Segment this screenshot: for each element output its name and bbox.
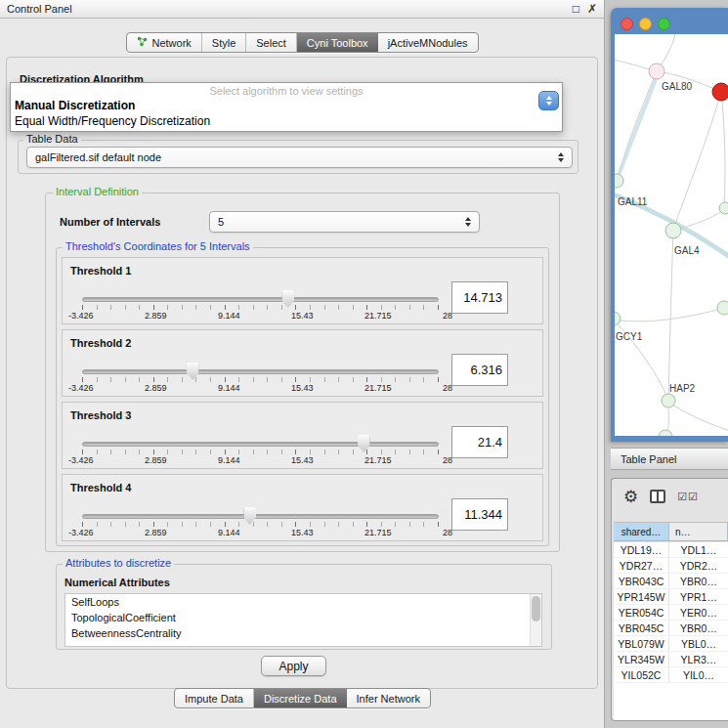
table-cell[interactable]: YBR045C xyxy=(614,621,669,635)
column-header-shared-name[interactable]: shared… xyxy=(614,523,669,540)
slider-ticks xyxy=(82,450,439,454)
table-row[interactable]: YIL052CYIL0… xyxy=(614,667,728,683)
number-of-intervals-select[interactable]: 5 xyxy=(209,211,480,233)
table-cell[interactable]: YDR2… xyxy=(669,558,728,573)
node-right[interactable] xyxy=(719,202,728,214)
columns-icon[interactable] xyxy=(650,490,665,503)
bottom-tab-row: Impute Data Discretize Data Infer Networ… xyxy=(0,688,605,708)
select-columns-icon[interactable]: ☑☑ xyxy=(677,491,699,503)
slider-track[interactable] xyxy=(82,514,439,519)
node-label: GAL80 xyxy=(662,81,693,92)
threshold-3-slider[interactable]: -3.426 2.859 9.144 15.43 21.715 28 xyxy=(82,440,439,469)
node-gcy1[interactable] xyxy=(615,312,621,325)
threshold-4-slider[interactable]: -3.426 2.859 9.144 15.43 21.715 28 xyxy=(82,512,439,541)
algorithm-combo-stepper-icon[interactable] xyxy=(538,91,559,110)
tab-select[interactable]: Select xyxy=(246,33,297,52)
node-gal11[interactable] xyxy=(615,174,623,188)
table-row[interactable]: YPR145WYPR1… xyxy=(614,589,728,605)
table-cell[interactable]: YIL052C xyxy=(614,667,669,682)
table-data-group-title: Table Data xyxy=(23,133,81,145)
slider-scale: -3.426 2.859 9.144 15.43 21.715 28 xyxy=(68,455,452,465)
node-hap2[interactable] xyxy=(662,394,675,407)
table-cell[interactable]: YPR145W xyxy=(614,589,669,604)
dropdown-option-equal-width[interactable]: Equal Width/Frequency Discretization xyxy=(11,113,562,129)
zoom-light-icon[interactable] xyxy=(658,18,670,30)
threshold-3-panel: Threshold 3 -3.426 2.859 9.144 15.43 21.… xyxy=(62,402,543,469)
node-gal80[interactable] xyxy=(649,64,664,79)
float-window-icon[interactable]: □ xyxy=(573,3,579,15)
table-cell[interactable]: YBR0… xyxy=(669,621,728,635)
stepper-arrows-icon xyxy=(558,152,564,162)
tab-network[interactable]: Network xyxy=(127,33,201,52)
table-row[interactable]: YBR043CYBR0… xyxy=(614,574,728,589)
apply-button[interactable]: Apply xyxy=(261,656,326,676)
list-item[interactable]: BetweennessCentrality xyxy=(65,625,541,641)
slider-track[interactable] xyxy=(82,442,439,447)
close-window-icon[interactable]: ✗ xyxy=(587,3,597,15)
node-bottom[interactable] xyxy=(659,430,672,436)
dropdown-option-manual-discretization[interactable]: Manual Discretization xyxy=(11,98,562,113)
slider-track[interactable] xyxy=(82,369,439,374)
close-light-icon[interactable] xyxy=(621,18,633,30)
node-gal4[interactable] xyxy=(665,223,681,238)
scale-label: 21.715 xyxy=(364,383,392,393)
tab-discretize-data[interactable]: Discretize Data xyxy=(254,689,347,707)
tab-jactivemnodules[interactable]: jActiveMNodules xyxy=(378,33,478,52)
gear-icon[interactable]: ⚙ xyxy=(623,489,638,505)
slider-scale: -3.426 2.859 9.144 15.43 21.715 28 xyxy=(68,311,452,321)
table-cell[interactable]: YBL079W xyxy=(614,636,669,651)
table-cell[interactable]: YBR0… xyxy=(669,574,728,588)
table-cell[interactable]: YBL0… xyxy=(669,636,728,651)
table-row[interactable]: YBR045CYBR0… xyxy=(614,621,728,636)
tab-impute-data[interactable]: Impute Data xyxy=(175,689,254,707)
slider-scale: -3.426 2.859 9.144 15.43 21.715 28 xyxy=(68,383,452,393)
threshold-4-value-input[interactable]: 11.344 xyxy=(451,498,508,531)
table-row[interactable]: YBL079WYBL0… xyxy=(614,636,728,652)
threshold-3-value-input[interactable]: 21.4 xyxy=(451,426,508,458)
threshold-label: Threshold 3 xyxy=(70,409,131,421)
table-row[interactable]: YER054CYER0… xyxy=(614,605,728,621)
table-cell[interactable]: YPR1… xyxy=(669,589,728,604)
scale-label: 15.43 xyxy=(291,455,314,465)
table-cell[interactable]: YLR3… xyxy=(669,652,728,666)
table-cell[interactable]: YER0… xyxy=(669,605,728,620)
table-panel-header: Table Panel xyxy=(611,448,728,470)
table-cell[interactable]: YDR27… xyxy=(614,558,669,573)
scale-label: 21.715 xyxy=(364,455,392,465)
table-cell[interactable]: YBR043C xyxy=(614,574,669,588)
tab-cyni-toolbox[interactable]: Cyni Toolbox xyxy=(297,33,378,52)
threshold-2-value-input[interactable]: 6.316 xyxy=(451,354,508,386)
slider-scale: -3.426 2.859 9.144 15.43 21.715 28 xyxy=(68,528,452,537)
table-cell[interactable]: YDL19… xyxy=(614,542,669,557)
network-canvas[interactable]: GAL80 GAL11 GAL4 GCY1 HAP2 xyxy=(615,34,728,436)
table-cell[interactable]: YIL0… xyxy=(669,667,728,682)
column-header-name[interactable]: n… xyxy=(669,523,728,540)
table-cell[interactable]: YER054C xyxy=(614,605,669,620)
threshold-2-slider[interactable]: -3.426 2.859 9.144 15.43 21.715 28 xyxy=(82,367,439,397)
table-cell[interactable]: YDL1… xyxy=(669,542,728,557)
tab-infer-network[interactable]: Infer Network xyxy=(347,689,430,707)
scrollbar-thumb[interactable] xyxy=(532,596,540,621)
table-row[interactable]: YLR345WYLR3… xyxy=(614,652,728,667)
tab-style[interactable]: Style xyxy=(202,33,246,52)
table-cell[interactable]: YLR345W xyxy=(614,652,669,666)
table-row[interactable]: YDL19…YDL1… xyxy=(614,542,728,558)
dropdown-prompt-item[interactable]: Select algorithm to view settings xyxy=(11,83,562,98)
list-item[interactable]: TopologicalCoefficient xyxy=(65,610,541,625)
threshold-1-value-input[interactable]: 14.713 xyxy=(451,281,508,314)
node-selected-red[interactable] xyxy=(712,83,728,101)
control-panel-titlebar: Control Panel □ ✗ xyxy=(0,0,604,19)
slider-ticks xyxy=(82,377,439,382)
table-data-select[interactable]: galFiltered.sif default node xyxy=(26,147,573,168)
table-panel-window: ⚙ ☑☑ shared… n… YDL19…YDL1… YDR27…YDR2… … xyxy=(611,478,728,721)
attributes-list: SelfLoops TopologicalCoefficient Between… xyxy=(64,593,542,647)
slider-track[interactable] xyxy=(82,297,439,302)
list-scrollbar[interactable] xyxy=(530,594,541,646)
table-row[interactable]: YDR27…YDR2… xyxy=(614,558,728,574)
minimize-light-icon[interactable] xyxy=(639,18,652,30)
list-item[interactable]: SelfLoops xyxy=(65,594,541,610)
node-label: GAL11 xyxy=(618,196,648,207)
scale-label: 15.43 xyxy=(291,311,314,321)
threshold-1-slider[interactable]: -3.426 2.859 9.144 15.43 21.715 28 xyxy=(82,295,439,324)
node-right-mid[interactable] xyxy=(717,301,728,315)
